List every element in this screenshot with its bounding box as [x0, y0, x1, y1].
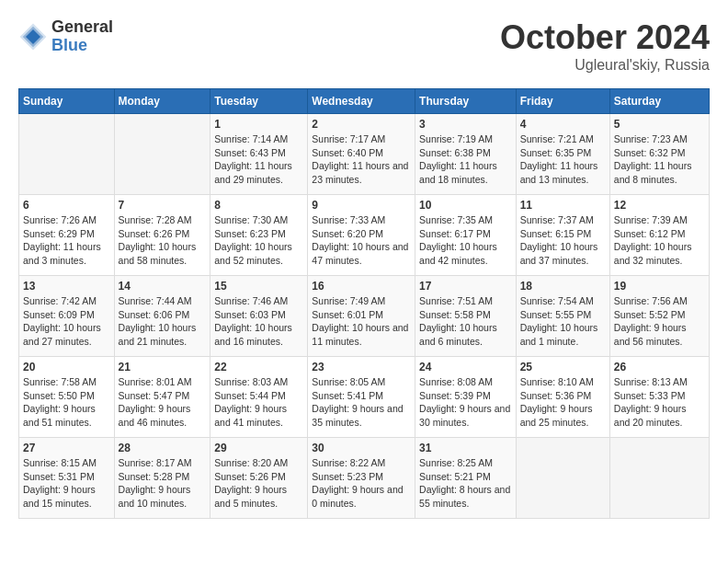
- sunrise: Sunrise: 7:35 AM: [419, 214, 493, 225]
- calendar-cell: [19, 114, 115, 195]
- sunset: Sunset: 6:23 PM: [214, 228, 286, 239]
- header-row: SundayMondayTuesdayWednesdayThursdayFrid…: [19, 89, 710, 114]
- sunrise: Sunrise: 8:08 AM: [419, 376, 493, 387]
- daylight: Daylight: 11 hours and 13 minutes.: [520, 160, 598, 185]
- header-day: Friday: [516, 89, 609, 114]
- logo-text: General Blue: [51, 18, 113, 55]
- day-info: Sunrise: 8:15 AMSunset: 5:31 PMDaylight:…: [23, 456, 110, 511]
- day-info: Sunrise: 7:35 AMSunset: 6:17 PMDaylight:…: [419, 213, 512, 268]
- calendar-cell: 8Sunrise: 7:30 AMSunset: 6:23 PMDaylight…: [210, 195, 308, 276]
- sunset: Sunset: 5:23 PM: [312, 471, 383, 482]
- day-number: 11: [520, 199, 606, 212]
- day-number: 17: [419, 280, 512, 293]
- sunset: Sunset: 6:32 PM: [614, 147, 686, 158]
- calendar-cell: 19Sunrise: 7:56 AMSunset: 5:52 PMDayligh…: [609, 276, 709, 357]
- calendar-week: 20Sunrise: 7:58 AMSunset: 5:50 PMDayligh…: [19, 357, 710, 438]
- calendar-cell: [114, 114, 210, 195]
- day-number: 18: [520, 280, 606, 293]
- calendar-cell: 3Sunrise: 7:19 AMSunset: 6:38 PMDaylight…: [415, 114, 517, 195]
- day-info: Sunrise: 8:03 AMSunset: 5:44 PMDaylight:…: [214, 375, 303, 430]
- calendar-cell: 12Sunrise: 7:39 AMSunset: 6:12 PMDayligh…: [609, 195, 709, 276]
- sunset: Sunset: 6:03 PM: [214, 309, 286, 320]
- calendar-week: 13Sunrise: 7:42 AMSunset: 6:09 PMDayligh…: [19, 276, 710, 357]
- sunrise: Sunrise: 7:39 AM: [614, 214, 688, 225]
- sunset: Sunset: 5:39 PM: [419, 390, 491, 401]
- day-number: 25: [520, 361, 606, 373]
- daylight: Daylight: 9 hours and 41 minutes.: [214, 403, 287, 428]
- title-block: October 2024 Ugleural'skiy, Russia: [500, 18, 710, 74]
- sunrise: Sunrise: 7:28 AM: [119, 214, 192, 225]
- calendar-cell: 16Sunrise: 7:49 AMSunset: 6:01 PMDayligh…: [308, 276, 415, 357]
- calendar-table: SundayMondayTuesdayWednesdayThursdayFrid…: [18, 88, 710, 519]
- sunrise: Sunrise: 8:01 AM: [119, 376, 192, 387]
- sunset: Sunset: 5:28 PM: [119, 471, 190, 482]
- daylight: Daylight: 10 hours and 11 minutes.: [312, 322, 408, 347]
- calendar-cell: 17Sunrise: 7:51 AMSunset: 5:58 PMDayligh…: [415, 276, 517, 357]
- day-info: Sunrise: 7:14 AMSunset: 6:43 PMDaylight:…: [214, 132, 303, 187]
- page-header: General Blue October 2024 Ugleural'skiy,…: [18, 18, 710, 74]
- sunset: Sunset: 6:29 PM: [23, 228, 95, 239]
- day-number: 29: [214, 442, 303, 454]
- day-info: Sunrise: 7:42 AMSunset: 6:09 PMDaylight:…: [23, 294, 110, 349]
- calendar-cell: [609, 438, 709, 519]
- month-title: October 2024: [500, 18, 710, 57]
- sunrise: Sunrise: 8:03 AM: [214, 376, 288, 387]
- sunset: Sunset: 5:55 PM: [520, 309, 592, 320]
- sunset: Sunset: 6:15 PM: [520, 228, 592, 239]
- sunrise: Sunrise: 7:54 AM: [520, 295, 594, 306]
- sunset: Sunset: 6:09 PM: [23, 309, 95, 320]
- calendar-cell: 13Sunrise: 7:42 AMSunset: 6:09 PMDayligh…: [19, 276, 115, 357]
- sunrise: Sunrise: 8:20 AM: [214, 457, 288, 468]
- day-info: Sunrise: 8:22 AMSunset: 5:23 PMDaylight:…: [312, 456, 411, 511]
- sunrise: Sunrise: 7:23 AM: [614, 133, 688, 144]
- daylight: Daylight: 9 hours and 25 minutes.: [520, 403, 593, 428]
- day-number: 27: [23, 442, 110, 454]
- day-info: Sunrise: 7:58 AMSunset: 5:50 PMDaylight:…: [23, 375, 110, 430]
- daylight: Daylight: 9 hours and 46 minutes.: [119, 403, 191, 428]
- sunrise: Sunrise: 7:58 AM: [23, 376, 97, 387]
- sunset: Sunset: 6:17 PM: [419, 228, 491, 239]
- daylight: Daylight: 10 hours and 16 minutes.: [214, 322, 292, 347]
- sunset: Sunset: 6:35 PM: [520, 147, 592, 158]
- daylight: Daylight: 9 hours and 0 minutes.: [312, 484, 403, 509]
- calendar-cell: 22Sunrise: 8:03 AMSunset: 5:44 PMDayligh…: [210, 357, 308, 438]
- sunset: Sunset: 5:52 PM: [614, 309, 686, 320]
- logo-icon: [18, 22, 48, 52]
- header-day: Wednesday: [308, 89, 415, 114]
- sunrise: Sunrise: 8:15 AM: [23, 457, 97, 468]
- day-info: Sunrise: 7:28 AMSunset: 6:26 PMDaylight:…: [119, 213, 207, 268]
- calendar-week: 6Sunrise: 7:26 AMSunset: 6:29 PMDaylight…: [19, 195, 710, 276]
- daylight: Daylight: 10 hours and 21 minutes.: [119, 322, 197, 347]
- day-number: 22: [214, 361, 303, 373]
- day-number: 19: [614, 280, 705, 293]
- daylight: Daylight: 9 hours and 51 minutes.: [23, 403, 96, 428]
- calendar-week: 1Sunrise: 7:14 AMSunset: 6:43 PMDaylight…: [19, 114, 710, 195]
- sunrise: Sunrise: 7:49 AM: [312, 295, 385, 306]
- day-number: 24: [419, 361, 512, 373]
- daylight: Daylight: 10 hours and 47 minutes.: [312, 241, 408, 266]
- day-number: 28: [119, 442, 207, 454]
- sunrise: Sunrise: 7:30 AM: [214, 214, 288, 225]
- day-number: 4: [520, 118, 606, 131]
- calendar-week: 27Sunrise: 8:15 AMSunset: 5:31 PMDayligh…: [19, 438, 710, 519]
- daylight: Daylight: 11 hours and 18 minutes.: [419, 160, 497, 185]
- day-info: Sunrise: 8:08 AMSunset: 5:39 PMDaylight:…: [419, 375, 512, 430]
- calendar-cell: 18Sunrise: 7:54 AMSunset: 5:55 PMDayligh…: [516, 276, 609, 357]
- day-number: 20: [23, 361, 110, 373]
- sunset: Sunset: 5:41 PM: [312, 390, 383, 401]
- calendar-cell: 21Sunrise: 8:01 AMSunset: 5:47 PMDayligh…: [114, 357, 210, 438]
- day-number: 9: [312, 199, 411, 212]
- day-number: 16: [312, 280, 411, 293]
- day-number: 15: [214, 280, 303, 293]
- logo-general: General: [51, 18, 113, 37]
- sunset: Sunset: 6:26 PM: [119, 228, 190, 239]
- sunrise: Sunrise: 7:56 AM: [614, 295, 688, 306]
- daylight: Daylight: 9 hours and 15 minutes.: [23, 484, 96, 509]
- calendar-cell: 6Sunrise: 7:26 AMSunset: 6:29 PMDaylight…: [19, 195, 115, 276]
- sunset: Sunset: 5:31 PM: [23, 471, 95, 482]
- calendar-cell: 15Sunrise: 7:46 AMSunset: 6:03 PMDayligh…: [210, 276, 308, 357]
- daylight: Daylight: 11 hours and 3 minutes.: [23, 241, 101, 266]
- day-info: Sunrise: 7:19 AMSunset: 6:38 PMDaylight:…: [419, 132, 512, 187]
- sunset: Sunset: 5:58 PM: [419, 309, 491, 320]
- day-info: Sunrise: 7:23 AMSunset: 6:32 PMDaylight:…: [614, 132, 705, 187]
